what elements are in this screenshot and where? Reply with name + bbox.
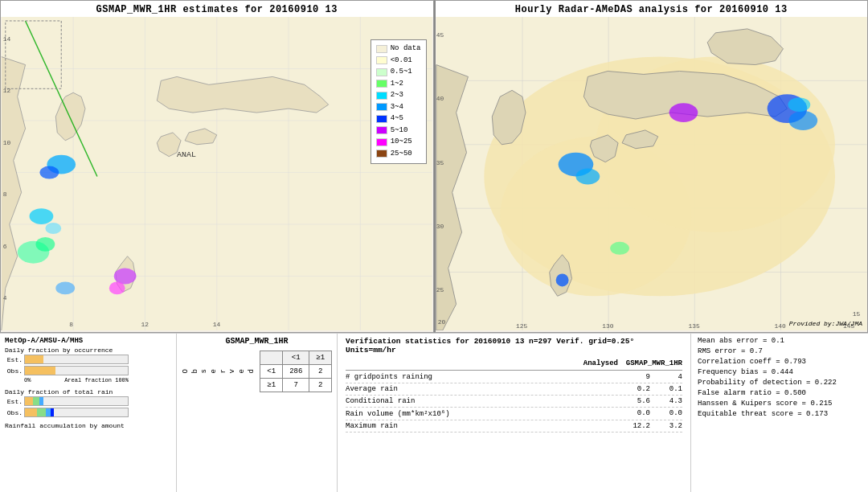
svg-point-17 <box>35 237 55 252</box>
legend-10to25: 10~25 <box>376 137 421 148</box>
obs-bar-fill-rain-green <box>37 408 45 416</box>
rstat-7: Equitable threat score = 0.173 <box>698 410 862 418</box>
stats-row-0: # gridpoints raining 9 4 <box>346 373 682 383</box>
ct-row2-label: ≥1 <box>260 379 283 392</box>
legend-color-25to50 <box>376 150 387 158</box>
svg-point-19 <box>109 281 125 294</box>
stats-val2-4: 3.2 <box>650 422 682 430</box>
svg-text:10: 10 <box>3 139 11 146</box>
legend-no-data: No data <box>376 43 421 55</box>
svg-text:8: 8 <box>3 191 7 198</box>
ct-row1: <1 286 2 <box>260 365 332 379</box>
ct-table-wrapper: <1 ≥1 <1 286 2 ≥1 7 2 <box>260 351 332 392</box>
legend-25to50: 25~50 <box>376 149 421 160</box>
svg-point-16 <box>18 241 50 264</box>
rain-fraction-title: Daily fraction of total rain <box>5 388 171 396</box>
est-bar-fill-rain-tan <box>25 397 33 405</box>
est-bar-fill-occ <box>25 355 43 363</box>
legend-1to2: 1~2 <box>376 79 421 90</box>
legend-05to1: 0.5~1 <box>376 67 421 78</box>
stats-label-3: Rain volume (mm*km²x10⁶) <box>346 409 618 418</box>
svg-point-42 <box>500 137 691 296</box>
legend-color-10to25 <box>376 138 387 146</box>
svg-point-50 <box>555 274 568 287</box>
est-bar-fill-rain-green <box>33 397 39 405</box>
right-stats-panel: Mean abs error = 0.1 RMS error = 0.7 Cor… <box>691 334 868 492</box>
stats-header-gsmap: GSMAP_MWR_1HR <box>618 359 682 367</box>
legend-3to4: 3~4 <box>376 102 421 113</box>
svg-rect-0 <box>2 17 432 330</box>
stats-val1-1: 0.2 <box>618 385 650 393</box>
left-map-svg: ANAL 14 12 10 8 6 4 8 12 14 <box>1 17 433 330</box>
svg-text:20: 20 <box>437 318 445 326</box>
svg-text:6: 6 <box>3 243 7 250</box>
stats-label-1: Average rain <box>346 385 618 393</box>
ct-row1-label: <1 <box>260 365 283 379</box>
est-bar-occurrence: Est. <box>5 355 171 364</box>
ct-val22: 2 <box>309 379 332 392</box>
legend-color-lt001 <box>376 56 387 64</box>
legend-box: No data <0.01 0.5~1 1~2 <box>371 39 427 164</box>
svg-text:25: 25 <box>436 286 444 293</box>
svg-point-18 <box>114 269 137 285</box>
ct-col2-header: ≥1 <box>309 351 332 365</box>
left-map-panel: GSMAP_MWR_1HR estimates for 20160910 13 <box>0 0 434 333</box>
observed-label: Observed <box>182 369 257 373</box>
svg-line-11 <box>26 21 97 177</box>
top-row: GSMAP_MWR_1HR estimates for 20160910 13 <box>0 0 868 334</box>
est-bar-container-occ <box>24 355 129 364</box>
verification-title: Verification statistics for 20160910 13 … <box>346 337 682 355</box>
verification-stats-panel: Verification statistics for 20160910 13 … <box>338 334 691 492</box>
stats-val2-1: 0.1 <box>650 385 682 393</box>
legend-4to5: 4~5 <box>376 113 421 125</box>
ct-row2: ≥1 7 2 <box>260 379 332 392</box>
svg-text:12: 12 <box>3 87 11 94</box>
stats-row-3: Rain volume (mm*km²x10⁶) 0.0 0.0 <box>346 409 682 420</box>
svg-text:8: 8 <box>69 321 73 328</box>
ct-wrapper: Observed <1 ≥1 <1 286 2 <box>183 351 330 392</box>
right-map-svg: 45 40 35 30 25 20 125 130 135 140 145 15 <box>436 17 868 330</box>
right-map-title: Hourly Radar-AMeDAS analysis for 2016091… <box>436 1 868 17</box>
right-map-panel: Hourly Radar-AMeDAS analysis for 2016091… <box>434 0 869 333</box>
svg-point-43 <box>596 57 835 232</box>
bottom-left-panel: MetOp-A/AMSU-A/MHS Daily fraction by occ… <box>0 334 177 492</box>
obs-bar-occurrence: Obs. <box>5 366 171 375</box>
svg-point-51 <box>610 242 629 255</box>
main-container: GSMAP_MWR_1HR estimates for 20160910 13 <box>0 0 868 492</box>
stats-row-1: Average rain 0.2 0.1 <box>346 385 682 396</box>
stats-val2-0: 4 <box>650 373 682 381</box>
rstat-1: RMS error = 0.7 <box>698 347 862 355</box>
obs-bar-rain: Obs. <box>5 408 171 417</box>
svg-text:40: 40 <box>436 95 444 102</box>
accumulation-title: Rainfall accumulation by amount <box>5 422 171 429</box>
obs-bar-fill-occ <box>25 367 55 375</box>
svg-point-44 <box>558 153 593 177</box>
left-map-area: ANAL 14 12 10 8 6 4 8 12 14 <box>1 17 433 330</box>
svg-text:125: 125 <box>516 322 528 330</box>
stats-row-4: Maximum rain 12.2 3.2 <box>346 422 682 433</box>
svg-point-15 <box>45 223 61 234</box>
obs-label-rain: Obs. <box>5 409 23 416</box>
stats-val1-0: 9 <box>618 373 650 381</box>
left-map-title: GSMAP_MWR_1HR estimates for 20160910 13 <box>1 1 433 17</box>
svg-text:45: 45 <box>436 31 444 39</box>
obs-label-occ: Obs. <box>5 367 23 375</box>
svg-point-45 <box>575 169 600 185</box>
rstat-2: Correlation coeff = 0.793 <box>698 358 862 366</box>
svg-point-20 <box>55 281 75 294</box>
svg-point-48 <box>788 111 817 130</box>
ct-col1-header: <1 <box>283 351 309 365</box>
rstat-3: Frequency bias = 0.444 <box>698 368 862 376</box>
ct-val21: 7 <box>283 379 309 392</box>
rstat-4: Probability of detection = 0.222 <box>698 379 862 387</box>
legend-color-5to10 <box>376 126 387 134</box>
est-label-rain: Est. <box>5 398 23 405</box>
stats-val1-4: 12.2 <box>618 422 650 430</box>
svg-rect-32 <box>436 17 866 330</box>
svg-text:14: 14 <box>213 321 221 328</box>
svg-rect-21 <box>6 21 61 88</box>
bottom-row: MetOp-A/AMSU-A/MHS Daily fraction by occ… <box>0 334 868 492</box>
est-bar-container-rain <box>24 396 129 406</box>
rstat-5: False alarm ratio = 0.500 <box>698 389 862 397</box>
axis-start-occ: 0% <box>24 377 31 383</box>
